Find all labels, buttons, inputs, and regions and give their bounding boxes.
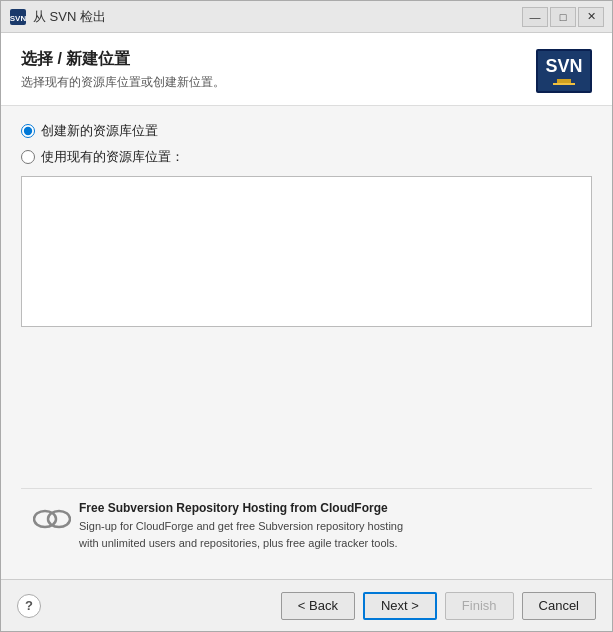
header-text-block: 选择 / 新建位置 选择现有的资源库位置或创建新位置。	[21, 49, 225, 91]
next-button[interactable]: Next >	[363, 592, 437, 620]
dialog-footer: ? < Back Next > Finish Cancel	[1, 579, 612, 631]
svg-text:SVN: SVN	[10, 14, 27, 23]
finish-button: Finish	[445, 592, 514, 620]
use-existing-label: 使用现有的资源库位置：	[41, 148, 184, 166]
title-bar: SVN 从 SVN 检出 — □ ✕	[1, 1, 612, 33]
repository-list[interactable]	[21, 176, 592, 327]
close-button[interactable]: ✕	[578, 7, 604, 27]
svn-logo-decoration	[549, 77, 579, 85]
back-button[interactable]: < Back	[281, 592, 355, 620]
promo-text: Free Subversion Repository Hosting from …	[79, 501, 403, 551]
dialog-header: 选择 / 新建位置 选择现有的资源库位置或创建新位置。 SVN	[1, 33, 612, 106]
use-existing-radio[interactable]	[21, 150, 35, 164]
repository-options: 创建新的资源库位置 使用现有的资源库位置：	[21, 122, 592, 166]
window-controls: — □ ✕	[522, 7, 604, 27]
page-subtitle: 选择现有的资源库位置或创建新位置。	[21, 74, 225, 91]
svn-logo-text: SVN	[545, 57, 582, 75]
help-button[interactable]: ?	[17, 594, 41, 618]
minimize-button[interactable]: —	[522, 7, 548, 27]
promo-body: Sign-up for CloudForge and get free Subv…	[79, 518, 403, 551]
svg-point-3	[48, 511, 70, 527]
maximize-button[interactable]: □	[550, 7, 576, 27]
promo-title: Free Subversion Repository Hosting from …	[79, 501, 403, 515]
window-icon: SVN	[9, 8, 27, 26]
cancel-button[interactable]: Cancel	[522, 592, 596, 620]
main-body: 创建新的资源库位置 使用现有的资源库位置： Free Su	[1, 106, 612, 579]
footer-left: ?	[17, 594, 41, 618]
footer-buttons: < Back Next > Finish Cancel	[281, 592, 596, 620]
main-window: SVN 从 SVN 检出 — □ ✕ 选择 / 新建位置 选择现有的资源库位置或…	[0, 0, 613, 632]
svn-logo: SVN	[536, 49, 592, 93]
create-new-option[interactable]: 创建新的资源库位置	[21, 122, 592, 140]
use-existing-option[interactable]: 使用现有的资源库位置：	[21, 148, 592, 166]
page-title: 选择 / 新建位置	[21, 49, 225, 70]
dialog-content: 选择 / 新建位置 选择现有的资源库位置或创建新位置。 SVN 创建新的资源库位…	[1, 33, 612, 631]
promo-section: Free Subversion Repository Hosting from …	[21, 488, 592, 563]
create-new-label: 创建新的资源库位置	[41, 122, 158, 140]
window-title: 从 SVN 检出	[33, 8, 522, 26]
create-new-radio[interactable]	[21, 124, 35, 138]
cloudforge-icon	[33, 501, 69, 537]
